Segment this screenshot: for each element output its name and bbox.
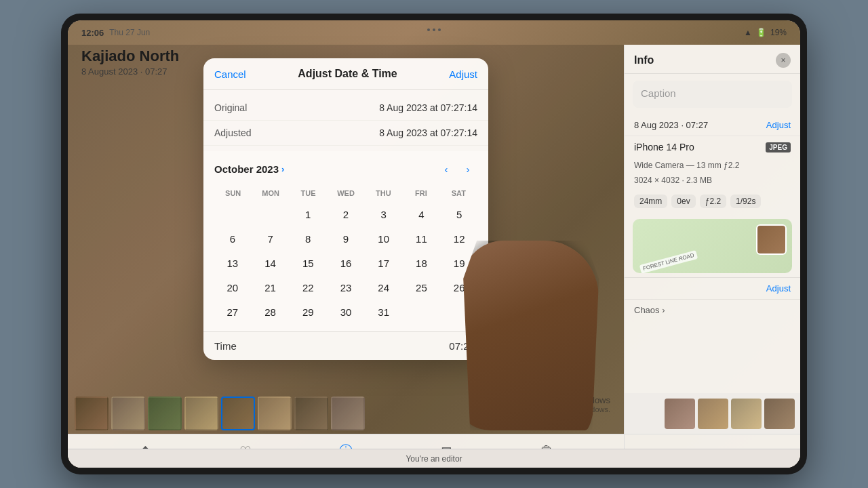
device-name: iPhone 14 Pro (634, 142, 694, 152)
cal-day-5[interactable]: 5 (448, 203, 471, 226)
device-badge-row: iPhone 14 Pro JPEG (625, 136, 800, 158)
cal-day-21[interactable]: 21 (259, 276, 282, 299)
info-panel: Info × Caption 8 Aug 2023 · 07:27 Adjust… (624, 45, 800, 434)
right-thumb-1[interactable] (665, 399, 695, 429)
info-date-row: 8 Aug 2023 · 07:27 Adjust (625, 115, 800, 136)
adjusted-value: 8 Aug 2023 at 07:27:14 (379, 127, 477, 138)
modal-title: Adjust Date & Time (298, 68, 397, 80)
calendar-nav: October 2023 › ‹ › (214, 159, 477, 178)
cal-day-20[interactable]: 20 (221, 276, 244, 299)
cal-day-14[interactable]: 14 (259, 251, 282, 274)
camera-tags: 24mm 0ev ƒ2.2 1/92s (625, 190, 800, 215)
cal-header-tue: TUE (290, 186, 327, 200)
right-thumb-3[interactable] (731, 399, 762, 429)
cal-day-19[interactable]: 19 (448, 251, 471, 274)
you-are-editor-bar: You're an editor (68, 449, 800, 468)
cal-day-27[interactable]: 27 (221, 300, 244, 323)
calendar-month: October 2023 › (214, 163, 284, 175)
cal-day-24[interactable]: 24 (372, 276, 395, 299)
battery-percent: 19% (770, 28, 787, 37)
jpeg-badge: JPEG (766, 142, 791, 152)
modal-overlay: Cancel Adjust Date & Time Adjust Origina… (68, 45, 624, 434)
location-adjust-button[interactable]: Adjust (766, 283, 791, 293)
right-thumb-strip (624, 393, 800, 434)
cal-day-17[interactable]: 17 (372, 251, 395, 274)
status-date: Thu 27 Jun (109, 28, 150, 37)
cal-day-1[interactable]: 1 (296, 203, 319, 226)
calendar-grid: SUN MON TUE WED THU FRI SAT 1 (214, 186, 477, 323)
cal-day-15[interactable]: 15 (296, 251, 319, 274)
calendar-days-header: SUN MON TUE WED THU FRI SAT (214, 186, 477, 200)
cal-day-25[interactable]: 25 (410, 276, 433, 299)
cal-day-23[interactable]: 23 (334, 276, 357, 299)
cal-header-sun: SUN (214, 186, 252, 200)
album-section: Chaos › (625, 299, 800, 321)
cal-header-mon: MON (252, 186, 289, 200)
time-value[interactable]: 07:2... (449, 340, 477, 352)
tag-aperture: ƒ2.2 (700, 195, 726, 208)
cal-day-13[interactable]: 13 (221, 251, 244, 274)
cal-day-9[interactable]: 9 (334, 227, 357, 250)
you-editor-text: You're an editor (406, 454, 462, 464)
cancel-button[interactable]: Cancel (214, 68, 246, 80)
map-section[interactable]: FOREST LINE ROAD (633, 219, 792, 273)
calendar-section: October 2023 › ‹ › SUN MON TUE (203, 151, 488, 331)
close-icon: × (781, 56, 785, 65)
right-thumb-2[interactable] (698, 399, 728, 429)
cal-day-29[interactable]: 29 (296, 300, 319, 323)
calendar-next-button[interactable]: › (458, 159, 477, 178)
status-icons: ▲ 🔋 19% (744, 28, 787, 37)
cal-day-30[interactable]: 30 (334, 300, 357, 323)
calendar-month-label: October 2023 (214, 163, 279, 175)
cal-day-31[interactable]: 31 (372, 300, 395, 323)
original-label: Original (214, 102, 247, 113)
cal-day-12[interactable]: 12 (448, 227, 471, 250)
modal-adjust-button[interactable]: Adjust (449, 68, 477, 80)
status-bar: 12:06 Thu 27 Jun ▲ 🔋 19% (68, 20, 800, 45)
caption-placeholder: Caption (641, 87, 676, 99)
album-text[interactable]: Chaos › (634, 305, 665, 315)
adjusted-label: Adjusted (214, 127, 251, 138)
cal-day-28[interactable]: 28 (259, 300, 282, 323)
cal-day-4[interactable]: 4 (410, 203, 433, 226)
cal-day-26[interactable]: 26 (448, 276, 471, 299)
resolution-info: 3024 × 4032 · 2.3 MB (625, 176, 800, 190)
time-row: Time 07:2... (203, 331, 488, 360)
camera-info: Wide Camera — 13 mm ƒ2.2 (625, 158, 800, 176)
calendar-month-arrow[interactable]: › (281, 164, 284, 174)
adjust-datetime-modal: Cancel Adjust Date & Time Adjust Origina… (203, 58, 488, 360)
cal-day-22[interactable]: 22 (296, 276, 319, 299)
cal-day-2[interactable]: 2 (334, 203, 357, 226)
info-date-text: 8 Aug 2023 · 07:27 (634, 120, 708, 130)
original-date-row: Original 8 Aug 2023 at 07:27:14 (203, 96, 488, 121)
cal-header-sat: SAT (440, 186, 477, 200)
right-thumb-4[interactable] (764, 399, 795, 429)
calendar-nav-buttons: ‹ › (437, 159, 477, 178)
cal-day-11[interactable]: 11 (410, 227, 433, 250)
battery-icon: 🔋 (756, 28, 766, 37)
info-panel-header: Info × (625, 45, 800, 74)
cal-day-7[interactable]: 7 (259, 227, 282, 250)
wifi-icon: ▲ (744, 28, 752, 37)
cal-day-8[interactable]: 8 (296, 227, 319, 250)
adjusted-date-row: Adjusted 8 Aug 2023 at 07:27:14 (203, 121, 488, 146)
status-time: 12:06 (81, 28, 104, 38)
tag-24mm: 24mm (634, 195, 667, 208)
cal-header-wed: WED (327, 186, 364, 200)
tag-0ev: 0ev (671, 195, 695, 208)
caption-box[interactable]: Caption (633, 81, 792, 108)
cal-day-6[interactable]: 6 (221, 227, 244, 250)
calendar-days: 1 2 3 4 5 6 7 8 9 10 11 12 (214, 203, 477, 323)
info-panel-title: Info (634, 54, 654, 66)
info-close-button[interactable]: × (776, 53, 791, 68)
cal-header-fri: FRI (402, 186, 439, 200)
cal-day-3[interactable]: 3 (372, 203, 395, 226)
cal-day-10[interactable]: 10 (372, 227, 395, 250)
modal-header: Cancel Adjust Date & Time Adjust (203, 58, 488, 90)
info-adjust-button[interactable]: Adjust (766, 120, 791, 130)
calendar-prev-button[interactable]: ‹ (437, 159, 456, 178)
cal-day-18[interactable]: 18 (410, 251, 433, 274)
map-thumbnail (756, 224, 787, 255)
cal-day-16[interactable]: 16 (334, 251, 357, 274)
time-label: Time (214, 340, 237, 352)
